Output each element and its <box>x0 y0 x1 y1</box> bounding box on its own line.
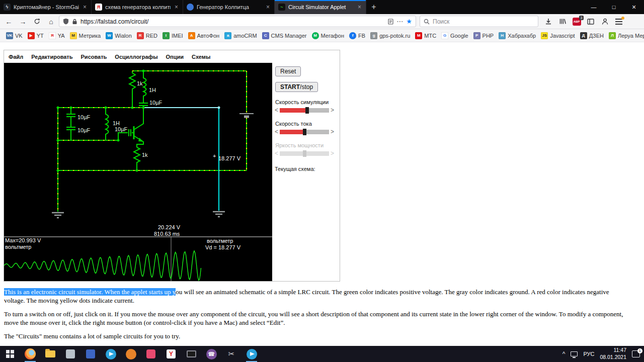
circuit-components[interactable] <box>66 71 148 170</box>
tab-kolpitts-generator[interactable]: Генератор Колпитца × <box>183 0 275 14</box>
bookmark-megafon[interactable]: ММегафон <box>310 31 347 40</box>
start-button[interactable] <box>0 346 20 362</box>
taskbar-app-orange[interactable] <box>121 346 141 362</box>
lock-icon[interactable] <box>72 19 77 25</box>
bookmark-amocrm[interactable]: aamoCRM <box>222 31 259 40</box>
voltmeter-probe[interactable] <box>143 108 219 211</box>
resistor-bottom[interactable] <box>134 147 140 170</box>
taskbar-viber[interactable]: ☎ <box>201 346 221 362</box>
slider-right-arrow-icon[interactable]: > <box>331 128 334 135</box>
reader-mode-icon[interactable] <box>388 19 393 25</box>
taskbar-firefox[interactable] <box>20 346 40 362</box>
inductor-top[interactable] <box>143 71 146 103</box>
slider-handle[interactable] <box>303 129 306 135</box>
tab-close-icon[interactable]: × <box>357 4 362 11</box>
taskbar-y-app[interactable]: Y <box>161 346 181 362</box>
tab-close-icon[interactable]: × <box>82 4 88 11</box>
slider-handle[interactable] <box>305 107 309 114</box>
bookmark-leroy-merlin[interactable]: ЛЛеруа Мерлен <box>607 31 644 40</box>
menu-circuits[interactable]: Схемы <box>192 54 210 60</box>
forward-button[interactable]: → <box>17 16 29 28</box>
bookmark-metrika[interactable]: ММетрика <box>68 31 103 40</box>
taskbar-app-pink[interactable] <box>141 346 161 362</box>
bookmark-mts[interactable]: ММТС <box>413 31 438 40</box>
taskbar-telegram[interactable] <box>101 346 121 362</box>
window-minimize-button[interactable]: — <box>584 0 604 14</box>
bookmark-gps-potok[interactable]: ggps-potok.ru <box>368 31 412 40</box>
bookmark-avtofon[interactable]: ААвтоФон <box>186 31 222 40</box>
bookmark-ya[interactable]: ЯYA <box>47 31 67 40</box>
window-close-button[interactable]: × <box>624 0 644 14</box>
run-stop-button[interactable]: START/stop <box>275 82 318 92</box>
bookmark-label: RED <box>146 33 157 39</box>
ground-left-icon[interactable] <box>52 213 64 218</box>
sim-speed-slider[interactable]: < > <box>275 107 338 114</box>
tab-close-icon[interactable]: × <box>174 4 179 11</box>
back-button[interactable]: ← <box>3 16 15 28</box>
address-bar[interactable]: https://falstad.com/circuit/ ⋯ ★ <box>59 16 416 27</box>
inductor-tank[interactable] <box>106 108 109 140</box>
ground-probe-icon[interactable] <box>213 212 225 217</box>
menu-draw[interactable]: Рисовать <box>81 54 107 60</box>
language-indicator[interactable]: РУС <box>583 351 594 357</box>
tab-circuit-simulator[interactable]: ~ Circuit Simulator Applet × <box>275 0 366 14</box>
bookmark-red[interactable]: RRED <box>135 31 159 40</box>
bookmark-wialon[interactable]: WWialon <box>104 31 134 40</box>
transistor-collector[interactable] <box>134 108 143 130</box>
taskbar-explorer[interactable] <box>40 346 60 362</box>
bookmark-cms-manager[interactable]: CCMS Manager <box>260 31 309 40</box>
taskbar-app-gray[interactable] <box>60 346 80 362</box>
applet-sidebar: Reset START/stop Скорость симуляции < > … <box>272 63 340 281</box>
bookmark-vk[interactable]: VKVK <box>4 31 25 40</box>
tray-display-icon[interactable] <box>571 351 578 356</box>
adblock-button[interactable]: ABP3 <box>571 16 583 28</box>
slider-left-arrow-icon[interactable]: < <box>275 107 278 114</box>
circuit-canvas[interactable]: 1k 1H 10µF 10µF 10µF 1H 10µF 1k + 18.277… <box>4 63 272 281</box>
bookmark-star-icon[interactable]: ★ <box>406 18 412 25</box>
tab-stormgain[interactable]: ϟ Криптомайнер - StormGain × <box>0 0 92 14</box>
menu-button[interactable] <box>613 16 625 28</box>
page-actions-icon[interactable]: ⋯ <box>396 18 403 25</box>
url-text[interactable]: https://falstad.com/circuit/ <box>80 18 385 25</box>
menu-file[interactable]: Файл <box>9 54 23 60</box>
circuit-svg[interactable]: 1k 1H 10µF 10µF 10µF 1H 10µF 1k + 18.277… <box>4 63 272 281</box>
bookmark-javascript[interactable]: JSJavascript <box>539 31 577 40</box>
reload-button[interactable] <box>31 16 43 28</box>
bookmark-imei[interactable]: IIMEI <box>160 31 185 40</box>
tray-expand-icon[interactable]: ^ <box>562 350 566 357</box>
taskbar-telegram-2[interactable] <box>242 346 262 362</box>
slider-track[interactable] <box>280 108 329 113</box>
account-button[interactable] <box>599 16 611 28</box>
resistor-top[interactable] <box>129 71 135 108</box>
tracking-shield-icon[interactable] <box>63 18 69 25</box>
window-maximize-button[interactable]: □ <box>604 0 624 14</box>
tab-yandex-search[interactable]: Я схема генератора колпитца - × <box>92 0 183 14</box>
menu-edit[interactable]: Редактировать <box>31 54 72 60</box>
search-bar[interactable]: Поиск <box>420 16 538 27</box>
bookmark-google[interactable]: GGoogle <box>439 31 470 40</box>
slider-right-arrow-icon[interactable]: > <box>331 107 334 114</box>
tab-close-icon[interactable]: × <box>265 4 271 11</box>
capacitor-divider[interactable] <box>66 108 75 140</box>
current-speed-slider[interactable]: < > <box>275 128 338 135</box>
action-center-button[interactable]: 1 <box>632 350 640 357</box>
home-button[interactable]: ⌂ <box>45 16 57 28</box>
sidebar-button[interactable] <box>585 16 597 28</box>
slider-left-arrow-icon[interactable]: < <box>275 128 278 135</box>
bookmark-dzen[interactable]: ДДЗЕН <box>578 31 606 40</box>
menu-options[interactable]: Опции <box>166 54 184 60</box>
downloads-button[interactable] <box>542 16 554 28</box>
bookmark-habr[interactable]: HХабрахабр <box>497 31 538 40</box>
new-tab-button[interactable]: + <box>366 0 381 14</box>
library-button[interactable] <box>556 16 569 28</box>
taskbar-app-blue[interactable] <box>80 346 101 362</box>
bookmark-yt[interactable]: ▶YT <box>26 31 46 40</box>
bookmark-fb[interactable]: fFB <box>347 31 367 40</box>
taskbar-console[interactable] <box>181 346 201 362</box>
reset-button[interactable]: Reset <box>275 66 301 76</box>
bookmark-php[interactable]: PPHP <box>471 31 496 40</box>
taskbar-tools[interactable]: ✂ <box>221 346 242 362</box>
menu-scopes[interactable]: Осциллографы <box>115 54 157 60</box>
slider-track[interactable] <box>280 130 329 134</box>
taskbar-clock[interactable]: 11:4708.01.2021 <box>600 347 626 360</box>
